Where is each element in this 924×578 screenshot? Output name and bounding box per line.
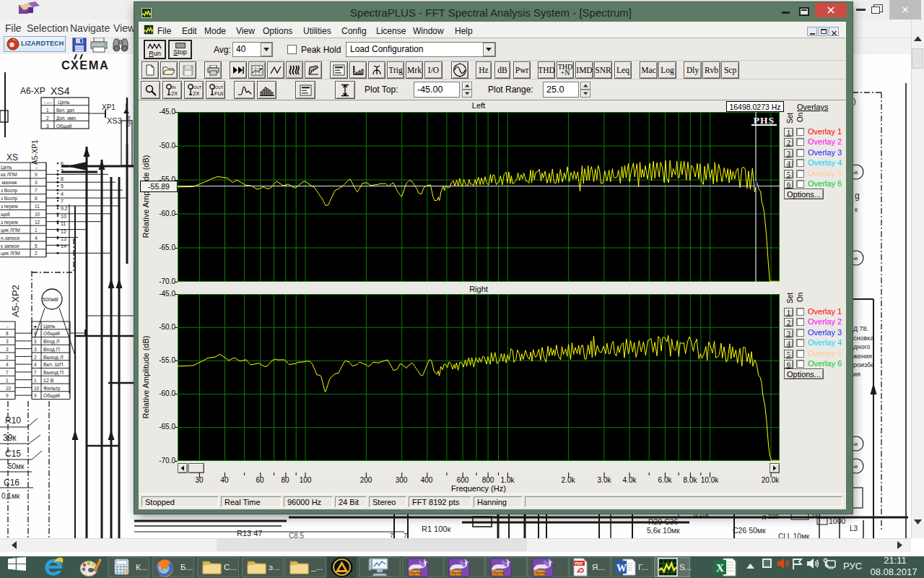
- svg-text:): ): [853, 97, 856, 105]
- svg-text:ция ЛПМ: ция ЛПМ: [1, 228, 20, 233]
- svg-text:Общий: Общий: [56, 124, 72, 129]
- svg-text:DyVu: DyVu: [411, 571, 422, 575]
- svg-text:2: 2: [34, 355, 37, 360]
- svg-text:жения: жения: [853, 353, 872, 360]
- svg-text:9: 9: [35, 172, 38, 177]
- svg-text:щий: щий: [1, 212, 10, 217]
- svg-text:R13 47: R13 47: [237, 529, 262, 538]
- svg-text:ХР1: ХР1: [102, 103, 116, 111]
- svg-text:к записи: к записи: [1, 243, 19, 249]
- svg-text:Общий: Общий: [43, 393, 60, 399]
- svg-text:сновка: сновка: [853, 335, 873, 342]
- svg-text:6: 6: [35, 196, 38, 201]
- svg-text:8: 8: [61, 176, 64, 181]
- svg-text:CLL 10мк: CLL 10мк: [778, 532, 810, 538]
- svg-text:39к: 39к: [3, 433, 17, 443]
- svg-text:W: W: [616, 563, 627, 574]
- svg-text:нВ: нВ: [853, 465, 858, 469]
- svg-text:д 220: д 220: [762, 513, 779, 520]
- svg-text:DyVu: DyVu: [494, 571, 505, 575]
- svg-text:7: 7: [34, 370, 37, 375]
- svg-text:DyVu: DyVu: [452, 571, 463, 575]
- svg-text:Вход П: Вход П: [43, 347, 60, 353]
- svg-text:1000: 1000: [829, 517, 846, 525]
- svg-text:1: 1: [34, 378, 37, 383]
- svg-text:нВ: нВ: [853, 442, 858, 447]
- svg-text:А6-ХР: А6-ХР: [20, 86, 45, 96]
- svg-text:R1 100к: R1 100к: [422, 525, 450, 533]
- svg-text:7: 7: [61, 199, 64, 204]
- svg-text:4: 4: [61, 191, 64, 197]
- svg-text:12: 12: [61, 229, 66, 234]
- svg-text:C15: C15: [5, 449, 21, 459]
- svg-text:OUT: OUT: [215, 85, 223, 90]
- svg-text:5,6к 10мк: 5,6к 10мк: [647, 526, 680, 535]
- svg-text:A5-XP2: A5-XP2: [10, 285, 21, 317]
- svg-text:дного: дного: [853, 343, 870, 350]
- svg-text:→›—: →›—: [43, 100, 53, 105]
- svg-text:Выход П: Выход П: [43, 370, 64, 376]
- svg-text:10: 10: [61, 214, 66, 219]
- svg-text:0,1мк: 0,1мк: [1, 492, 20, 500]
- svg-text:12: 12: [35, 220, 40, 225]
- svg-text:н.записи: н.записи: [1, 236, 19, 241]
- svg-text:R10: R10: [5, 415, 21, 426]
- svg-text:500мВ: 500мВ: [43, 296, 58, 303]
- svg-text:C26 50мк: C26 50мк: [733, 526, 766, 535]
- svg-text:C16: C16: [4, 478, 19, 488]
- svg-text:4: 4: [34, 362, 37, 367]
- svg-text:Фильтр: Фильтр: [43, 386, 61, 392]
- svg-text:Выход Л: Выход Л: [43, 355, 64, 361]
- svg-text:3: 3: [34, 339, 37, 344]
- svg-text:Цепь: Цепь: [58, 100, 70, 105]
- svg-text:←: ←: [6, 324, 11, 329]
- svg-text:XS3: XS3: [107, 116, 122, 125]
- svg-text:14: 14: [61, 243, 66, 249]
- svg-text:13: 13: [61, 236, 66, 241]
- svg-text:нВ: нВ: [853, 256, 858, 261]
- svg-text:з Воспр: з Воспр: [1, 188, 18, 194]
- svg-text:Вход Л: Вход Л: [43, 339, 60, 345]
- svg-text:XS: XS: [6, 152, 18, 163]
- svg-text:8: 8: [34, 331, 37, 336]
- svg-text:Вкл. ШП: Вкл. ШП: [43, 362, 63, 367]
- svg-text:4: 4: [6, 362, 9, 367]
- svg-text:5: 5: [61, 184, 64, 189]
- svg-text:Цепь: Цепь: [43, 324, 56, 329]
- svg-text:11: 11: [61, 221, 66, 226]
- svg-text:DyVu: DyVu: [536, 571, 546, 575]
- svg-text:5: 5: [35, 243, 38, 249]
- svg-text:7: 7: [6, 370, 9, 375]
- svg-text:OUT: OUT: [193, 85, 201, 90]
- svg-text:IN: IN: [172, 85, 175, 90]
- svg-text:2X: 2X: [171, 90, 178, 97]
- svg-text:к: к: [855, 206, 858, 213]
- svg-text:3: 3: [6, 339, 9, 344]
- svg-text:50мк: 50мк: [8, 462, 25, 470]
- svg-text:10: 10: [35, 212, 40, 217]
- svg-text:2X: 2X: [193, 90, 199, 97]
- svg-text:3: 3: [34, 347, 37, 352]
- svg-text:.мазчик: .мазчик: [1, 180, 17, 185]
- svg-text:8: 8: [6, 331, 9, 336]
- svg-text:7: 7: [390, 532, 393, 538]
- svg-text:Цепь: Цепь: [126, 115, 131, 126]
- svg-text:1: 1: [35, 228, 38, 233]
- svg-text:4: 4: [35, 236, 38, 241]
- svg-text:3: 3: [35, 180, 38, 185]
- svg-text:10: 10: [6, 386, 12, 391]
- svg-text:з Воспр: з Воспр: [1, 196, 18, 202]
- svg-text:9: 9: [6, 393, 9, 398]
- svg-text:Вкл. дат.: Вкл. дат.: [56, 108, 75, 113]
- svg-text:Общий: Общий: [43, 331, 60, 337]
- svg-text:g: g: [855, 191, 860, 201]
- svg-text:2: 2: [35, 251, 38, 256]
- svg-text:1: 1: [46, 108, 49, 113]
- svg-text:2: 2: [46, 116, 49, 121]
- svg-text:9.2: 9.2: [61, 206, 68, 211]
- svg-text:R29 C36: R29 C36: [648, 517, 679, 526]
- svg-text:ка ЛПМ: ка ЛПМ: [1, 172, 17, 177]
- svg-text:СХЕМА: СХЕМА: [61, 59, 109, 72]
- svg-text:3: 3: [46, 124, 49, 129]
- svg-text:FULL: FULL: [214, 90, 223, 97]
